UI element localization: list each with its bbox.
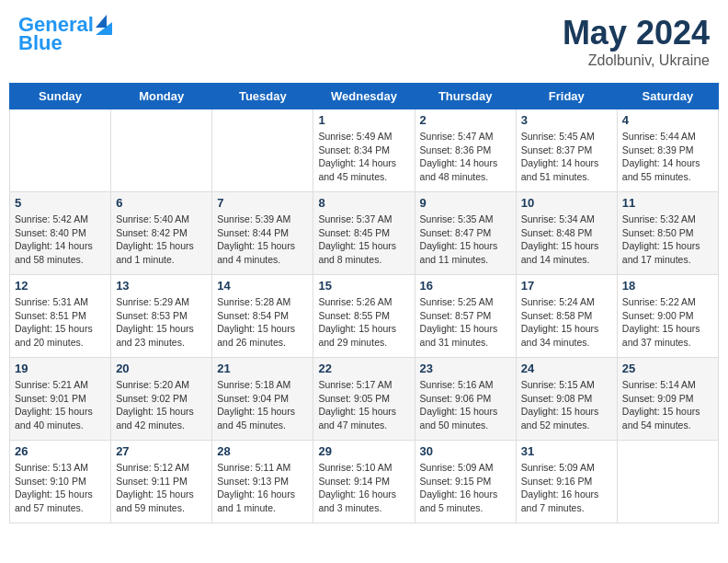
- calendar-cell: [10, 109, 111, 192]
- day-number: 28: [217, 444, 308, 458]
- day-number: 2: [420, 113, 511, 127]
- calendar-cell: 10Sunrise: 5:34 AM Sunset: 8:48 PM Dayli…: [516, 192, 617, 275]
- day-number: 31: [521, 444, 612, 458]
- day-info: Sunrise: 5:16 AM Sunset: 9:06 PM Dayligh…: [420, 378, 511, 432]
- calendar-cell: 19Sunrise: 5:21 AM Sunset: 9:01 PM Dayli…: [10, 358, 111, 441]
- calendar-week-row: 26Sunrise: 5:13 AM Sunset: 9:10 PM Dayli…: [10, 441, 719, 523]
- day-info: Sunrise: 5:31 AM Sunset: 8:51 PM Dayligh…: [15, 295, 106, 350]
- calendar-cell: 1Sunrise: 5:49 AM Sunset: 8:34 PM Daylig…: [313, 109, 415, 192]
- day-number: 19: [15, 362, 106, 375]
- day-info: Sunrise: 5:37 AM Sunset: 8:45 PM Dayligh…: [318, 213, 409, 267]
- day-info: Sunrise: 5:14 AM Sunset: 9:09 PM Dayligh…: [622, 378, 713, 432]
- calendar-week-row: 1Sunrise: 5:49 AM Sunset: 8:34 PM Daylig…: [10, 109, 719, 192]
- calendar-cell: 26Sunrise: 5:13 AM Sunset: 9:10 PM Dayli…: [10, 441, 111, 523]
- day-info: Sunrise: 5:17 AM Sunset: 9:05 PM Dayligh…: [318, 378, 409, 432]
- calendar-day-header: Wednesday: [313, 84, 415, 109]
- calendar-header-row: SundayMondayTuesdayWednesdayThursdayFrid…: [10, 84, 719, 109]
- day-info: Sunrise: 5:28 AM Sunset: 8:54 PM Dayligh…: [217, 295, 308, 350]
- calendar-cell: [212, 109, 313, 192]
- title-section: May 2024 Zdolbuniv, Ukraine: [563, 14, 710, 69]
- day-info: Sunrise: 5:32 AM Sunset: 8:50 PM Dayligh…: [622, 213, 713, 267]
- calendar-cell: 27Sunrise: 5:12 AM Sunset: 9:11 PM Dayli…: [111, 441, 212, 523]
- calendar-cell: 28Sunrise: 5:11 AM Sunset: 9:13 PM Dayli…: [212, 441, 313, 523]
- day-info: Sunrise: 5:15 AM Sunset: 9:08 PM Dayligh…: [521, 378, 612, 432]
- day-number: 11: [622, 196, 713, 210]
- calendar-day-header: Friday: [516, 84, 617, 109]
- calendar-cell: 7Sunrise: 5:39 AM Sunset: 8:44 PM Daylig…: [212, 192, 313, 275]
- calendar-day-header: Saturday: [617, 84, 718, 109]
- day-number: 12: [15, 279, 106, 293]
- day-number: 27: [116, 444, 207, 458]
- calendar-cell: 23Sunrise: 5:16 AM Sunset: 9:06 PM Dayli…: [415, 358, 516, 441]
- day-info: Sunrise: 5:11 AM Sunset: 9:13 PM Dayligh…: [217, 461, 308, 515]
- calendar-cell: 22Sunrise: 5:17 AM Sunset: 9:05 PM Dayli…: [313, 358, 415, 441]
- day-number: 6: [116, 196, 207, 210]
- day-info: Sunrise: 5:39 AM Sunset: 8:44 PM Dayligh…: [217, 213, 308, 267]
- calendar-cell: 17Sunrise: 5:24 AM Sunset: 8:58 PM Dayli…: [516, 275, 617, 358]
- day-info: Sunrise: 5:45 AM Sunset: 8:37 PM Dayligh…: [521, 130, 612, 184]
- calendar-cell: 25Sunrise: 5:14 AM Sunset: 9:09 PM Dayli…: [617, 358, 718, 441]
- calendar-day-header: Monday: [111, 84, 212, 109]
- day-number: 16: [420, 279, 511, 293]
- day-info: Sunrise: 5:20 AM Sunset: 9:02 PM Dayligh…: [116, 378, 207, 432]
- calendar-cell: 15Sunrise: 5:26 AM Sunset: 8:55 PM Dayli…: [313, 275, 415, 358]
- day-number: 15: [318, 279, 409, 293]
- calendar-cell: 21Sunrise: 5:18 AM Sunset: 9:04 PM Dayli…: [212, 358, 313, 441]
- day-number: 10: [521, 196, 612, 210]
- calendar-cell: 6Sunrise: 5:40 AM Sunset: 8:42 PM Daylig…: [111, 192, 212, 275]
- calendar-cell: 9Sunrise: 5:35 AM Sunset: 8:47 PM Daylig…: [415, 192, 516, 275]
- calendar-cell: [617, 441, 718, 523]
- day-number: 9: [420, 196, 511, 210]
- main-title: May 2024: [563, 14, 710, 52]
- day-number: 5: [15, 196, 106, 210]
- svg-marker-1: [96, 15, 107, 28]
- calendar-cell: 4Sunrise: 5:44 AM Sunset: 8:39 PM Daylig…: [617, 109, 718, 192]
- day-info: Sunrise: 5:29 AM Sunset: 8:53 PM Dayligh…: [116, 295, 207, 350]
- calendar-cell: 2Sunrise: 5:47 AM Sunset: 8:36 PM Daylig…: [415, 109, 516, 192]
- day-number: 18: [622, 279, 713, 293]
- day-info: Sunrise: 5:35 AM Sunset: 8:47 PM Dayligh…: [420, 213, 511, 267]
- day-number: 1: [318, 113, 409, 127]
- day-info: Sunrise: 5:22 AM Sunset: 9:00 PM Dayligh…: [622, 295, 713, 350]
- day-number: 3: [521, 113, 612, 127]
- day-number: 29: [318, 444, 409, 458]
- day-info: Sunrise: 5:13 AM Sunset: 9:10 PM Dayligh…: [15, 461, 106, 515]
- calendar-cell: 16Sunrise: 5:25 AM Sunset: 8:57 PM Dayli…: [415, 275, 516, 358]
- calendar-cell: 3Sunrise: 5:45 AM Sunset: 8:37 PM Daylig…: [516, 109, 617, 192]
- calendar-week-row: 19Sunrise: 5:21 AM Sunset: 9:01 PM Dayli…: [10, 358, 719, 441]
- day-info: Sunrise: 5:49 AM Sunset: 8:34 PM Dayligh…: [318, 130, 409, 184]
- day-number: 20: [116, 362, 207, 375]
- day-number: 8: [318, 196, 409, 210]
- day-info: Sunrise: 5:42 AM Sunset: 8:40 PM Dayligh…: [15, 213, 106, 267]
- calendar-cell: 24Sunrise: 5:15 AM Sunset: 9:08 PM Dayli…: [516, 358, 617, 441]
- day-info: Sunrise: 5:12 AM Sunset: 9:11 PM Dayligh…: [116, 461, 207, 515]
- calendar-week-row: 12Sunrise: 5:31 AM Sunset: 8:51 PM Dayli…: [10, 275, 719, 358]
- day-info: Sunrise: 5:09 AM Sunset: 9:16 PM Dayligh…: [521, 461, 612, 515]
- day-info: Sunrise: 5:44 AM Sunset: 8:39 PM Dayligh…: [622, 130, 713, 184]
- day-info: Sunrise: 5:47 AM Sunset: 8:36 PM Dayligh…: [420, 130, 511, 184]
- calendar-day-header: Sunday: [10, 84, 111, 109]
- day-number: 25: [622, 362, 713, 375]
- day-info: Sunrise: 5:25 AM Sunset: 8:57 PM Dayligh…: [420, 295, 511, 350]
- calendar-week-row: 5Sunrise: 5:42 AM Sunset: 8:40 PM Daylig…: [10, 192, 719, 275]
- calendar-cell: 18Sunrise: 5:22 AM Sunset: 9:00 PM Dayli…: [617, 275, 718, 358]
- day-number: 14: [217, 279, 308, 293]
- day-info: Sunrise: 5:34 AM Sunset: 8:48 PM Dayligh…: [521, 213, 612, 267]
- calendar-table: SundayMondayTuesdayWednesdayThursdayFrid…: [9, 83, 719, 523]
- calendar-cell: 14Sunrise: 5:28 AM Sunset: 8:54 PM Dayli…: [212, 275, 313, 358]
- calendar-cell: 20Sunrise: 5:20 AM Sunset: 9:02 PM Dayli…: [111, 358, 212, 441]
- calendar-cell: 12Sunrise: 5:31 AM Sunset: 8:51 PM Dayli…: [10, 275, 111, 358]
- day-info: Sunrise: 5:26 AM Sunset: 8:55 PM Dayligh…: [318, 295, 409, 350]
- day-number: 22: [318, 362, 409, 375]
- day-number: 13: [116, 279, 207, 293]
- day-number: 23: [420, 362, 511, 375]
- calendar-day-header: Thursday: [415, 84, 516, 109]
- day-info: Sunrise: 5:18 AM Sunset: 9:04 PM Dayligh…: [217, 378, 308, 432]
- day-number: 21: [217, 362, 308, 375]
- logo-bird-icon: [96, 15, 112, 35]
- calendar-cell: 5Sunrise: 5:42 AM Sunset: 8:40 PM Daylig…: [10, 192, 111, 275]
- calendar-cell: 31Sunrise: 5:09 AM Sunset: 9:16 PM Dayli…: [516, 441, 617, 523]
- day-number: 17: [521, 279, 612, 293]
- day-info: Sunrise: 5:09 AM Sunset: 9:15 PM Dayligh…: [420, 461, 511, 515]
- day-number: 7: [217, 196, 308, 210]
